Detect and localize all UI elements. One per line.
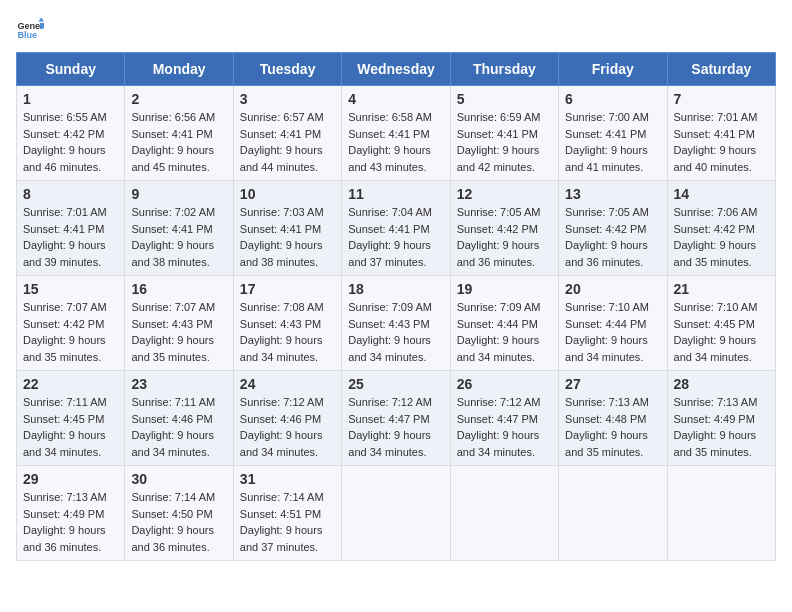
day-number: 15: [23, 281, 118, 297]
calendar-day-cell: 4 Sunrise: 6:58 AM Sunset: 4:41 PM Dayli…: [342, 86, 450, 181]
calendar-day-cell: 19 Sunrise: 7:09 AM Sunset: 4:44 PM Dayl…: [450, 276, 558, 371]
calendar-day-cell: 6 Sunrise: 7:00 AM Sunset: 4:41 PM Dayli…: [559, 86, 667, 181]
calendar-day-cell: 28 Sunrise: 7:13 AM Sunset: 4:49 PM Dayl…: [667, 371, 775, 466]
day-info: Sunrise: 6:57 AM Sunset: 4:41 PM Dayligh…: [240, 111, 324, 173]
day-info: Sunrise: 7:11 AM Sunset: 4:46 PM Dayligh…: [131, 396, 215, 458]
day-number: 24: [240, 376, 335, 392]
calendar-day-cell: 23 Sunrise: 7:11 AM Sunset: 4:46 PM Dayl…: [125, 371, 233, 466]
day-info: Sunrise: 7:01 AM Sunset: 4:41 PM Dayligh…: [674, 111, 758, 173]
day-info: Sunrise: 6:56 AM Sunset: 4:41 PM Dayligh…: [131, 111, 215, 173]
day-number: 27: [565, 376, 660, 392]
day-number: 21: [674, 281, 769, 297]
day-number: 6: [565, 91, 660, 107]
day-number: 16: [131, 281, 226, 297]
header-row: SundayMondayTuesdayWednesdayThursdayFrid…: [17, 53, 776, 86]
calendar-day-cell: 31 Sunrise: 7:14 AM Sunset: 4:51 PM Dayl…: [233, 466, 341, 561]
day-info: Sunrise: 7:13 AM Sunset: 4:49 PM Dayligh…: [674, 396, 758, 458]
day-number: 5: [457, 91, 552, 107]
calendar-day-cell: 16 Sunrise: 7:07 AM Sunset: 4:43 PM Dayl…: [125, 276, 233, 371]
calendar-day-cell: 5 Sunrise: 6:59 AM Sunset: 4:41 PM Dayli…: [450, 86, 558, 181]
day-number: 12: [457, 186, 552, 202]
day-info: Sunrise: 7:12 AM Sunset: 4:46 PM Dayligh…: [240, 396, 324, 458]
day-number: 25: [348, 376, 443, 392]
svg-marker-2: [38, 17, 44, 21]
weekday-header: Thursday: [450, 53, 558, 86]
day-number: 7: [674, 91, 769, 107]
calendar-day-cell: 24 Sunrise: 7:12 AM Sunset: 4:46 PM Dayl…: [233, 371, 341, 466]
day-info: Sunrise: 7:10 AM Sunset: 4:44 PM Dayligh…: [565, 301, 649, 363]
calendar-day-cell: 10 Sunrise: 7:03 AM Sunset: 4:41 PM Dayl…: [233, 181, 341, 276]
day-number: 17: [240, 281, 335, 297]
calendar-day-cell: 12 Sunrise: 7:05 AM Sunset: 4:42 PM Dayl…: [450, 181, 558, 276]
day-number: 22: [23, 376, 118, 392]
day-info: Sunrise: 6:59 AM Sunset: 4:41 PM Dayligh…: [457, 111, 541, 173]
calendar-day-cell: 30 Sunrise: 7:14 AM Sunset: 4:50 PM Dayl…: [125, 466, 233, 561]
calendar-day-cell: 27 Sunrise: 7:13 AM Sunset: 4:48 PM Dayl…: [559, 371, 667, 466]
weekday-header: Tuesday: [233, 53, 341, 86]
day-info: Sunrise: 7:13 AM Sunset: 4:48 PM Dayligh…: [565, 396, 649, 458]
day-info: Sunrise: 7:06 AM Sunset: 4:42 PM Dayligh…: [674, 206, 758, 268]
day-info: Sunrise: 7:04 AM Sunset: 4:41 PM Dayligh…: [348, 206, 432, 268]
calendar-day-cell: [342, 466, 450, 561]
calendar-week-row: 1 Sunrise: 6:55 AM Sunset: 4:42 PM Dayli…: [17, 86, 776, 181]
day-number: 20: [565, 281, 660, 297]
day-number: 29: [23, 471, 118, 487]
day-number: 10: [240, 186, 335, 202]
day-number: 23: [131, 376, 226, 392]
calendar-day-cell: 17 Sunrise: 7:08 AM Sunset: 4:43 PM Dayl…: [233, 276, 341, 371]
calendar-day-cell: 29 Sunrise: 7:13 AM Sunset: 4:49 PM Dayl…: [17, 466, 125, 561]
day-info: Sunrise: 7:09 AM Sunset: 4:44 PM Dayligh…: [457, 301, 541, 363]
calendar-day-cell: 21 Sunrise: 7:10 AM Sunset: 4:45 PM Dayl…: [667, 276, 775, 371]
weekday-header: Sunday: [17, 53, 125, 86]
calendar-day-cell: 7 Sunrise: 7:01 AM Sunset: 4:41 PM Dayli…: [667, 86, 775, 181]
calendar-week-row: 22 Sunrise: 7:11 AM Sunset: 4:45 PM Dayl…: [17, 371, 776, 466]
calendar-day-cell: 1 Sunrise: 6:55 AM Sunset: 4:42 PM Dayli…: [17, 86, 125, 181]
day-number: 1: [23, 91, 118, 107]
weekday-header: Monday: [125, 53, 233, 86]
day-info: Sunrise: 7:05 AM Sunset: 4:42 PM Dayligh…: [565, 206, 649, 268]
day-info: Sunrise: 7:07 AM Sunset: 4:43 PM Dayligh…: [131, 301, 215, 363]
calendar-day-cell: 22 Sunrise: 7:11 AM Sunset: 4:45 PM Dayl…: [17, 371, 125, 466]
day-info: Sunrise: 7:07 AM Sunset: 4:42 PM Dayligh…: [23, 301, 107, 363]
calendar-day-cell: [667, 466, 775, 561]
day-info: Sunrise: 7:01 AM Sunset: 4:41 PM Dayligh…: [23, 206, 107, 268]
calendar-week-row: 8 Sunrise: 7:01 AM Sunset: 4:41 PM Dayli…: [17, 181, 776, 276]
weekday-header: Saturday: [667, 53, 775, 86]
day-info: Sunrise: 7:05 AM Sunset: 4:42 PM Dayligh…: [457, 206, 541, 268]
day-info: Sunrise: 7:09 AM Sunset: 4:43 PM Dayligh…: [348, 301, 432, 363]
day-number: 11: [348, 186, 443, 202]
day-number: 31: [240, 471, 335, 487]
day-info: Sunrise: 7:08 AM Sunset: 4:43 PM Dayligh…: [240, 301, 324, 363]
svg-text:Blue: Blue: [17, 30, 37, 40]
calendar-day-cell: 18 Sunrise: 7:09 AM Sunset: 4:43 PM Dayl…: [342, 276, 450, 371]
calendar-day-cell: 9 Sunrise: 7:02 AM Sunset: 4:41 PM Dayli…: [125, 181, 233, 276]
day-number: 3: [240, 91, 335, 107]
day-info: Sunrise: 7:13 AM Sunset: 4:49 PM Dayligh…: [23, 491, 107, 553]
svg-marker-3: [40, 23, 44, 29]
day-number: 13: [565, 186, 660, 202]
calendar-day-cell: 8 Sunrise: 7:01 AM Sunset: 4:41 PM Dayli…: [17, 181, 125, 276]
calendar-week-row: 29 Sunrise: 7:13 AM Sunset: 4:49 PM Dayl…: [17, 466, 776, 561]
day-info: Sunrise: 7:14 AM Sunset: 4:50 PM Dayligh…: [131, 491, 215, 553]
day-info: Sunrise: 7:10 AM Sunset: 4:45 PM Dayligh…: [674, 301, 758, 363]
day-number: 19: [457, 281, 552, 297]
day-number: 18: [348, 281, 443, 297]
calendar-day-cell: 15 Sunrise: 7:07 AM Sunset: 4:42 PM Dayl…: [17, 276, 125, 371]
day-number: 9: [131, 186, 226, 202]
calendar-day-cell: 20 Sunrise: 7:10 AM Sunset: 4:44 PM Dayl…: [559, 276, 667, 371]
header: General Blue: [16, 16, 776, 44]
calendar-week-row: 15 Sunrise: 7:07 AM Sunset: 4:42 PM Dayl…: [17, 276, 776, 371]
calendar-day-cell: 13 Sunrise: 7:05 AM Sunset: 4:42 PM Dayl…: [559, 181, 667, 276]
day-info: Sunrise: 7:14 AM Sunset: 4:51 PM Dayligh…: [240, 491, 324, 553]
day-info: Sunrise: 7:02 AM Sunset: 4:41 PM Dayligh…: [131, 206, 215, 268]
calendar-table: SundayMondayTuesdayWednesdayThursdayFrid…: [16, 52, 776, 561]
calendar-day-cell: 14 Sunrise: 7:06 AM Sunset: 4:42 PM Dayl…: [667, 181, 775, 276]
day-info: Sunrise: 7:12 AM Sunset: 4:47 PM Dayligh…: [457, 396, 541, 458]
calendar-day-cell: 3 Sunrise: 6:57 AM Sunset: 4:41 PM Dayli…: [233, 86, 341, 181]
weekday-header: Friday: [559, 53, 667, 86]
calendar-day-cell: 25 Sunrise: 7:12 AM Sunset: 4:47 PM Dayl…: [342, 371, 450, 466]
day-number: 4: [348, 91, 443, 107]
day-number: 30: [131, 471, 226, 487]
day-number: 26: [457, 376, 552, 392]
weekday-header: Wednesday: [342, 53, 450, 86]
